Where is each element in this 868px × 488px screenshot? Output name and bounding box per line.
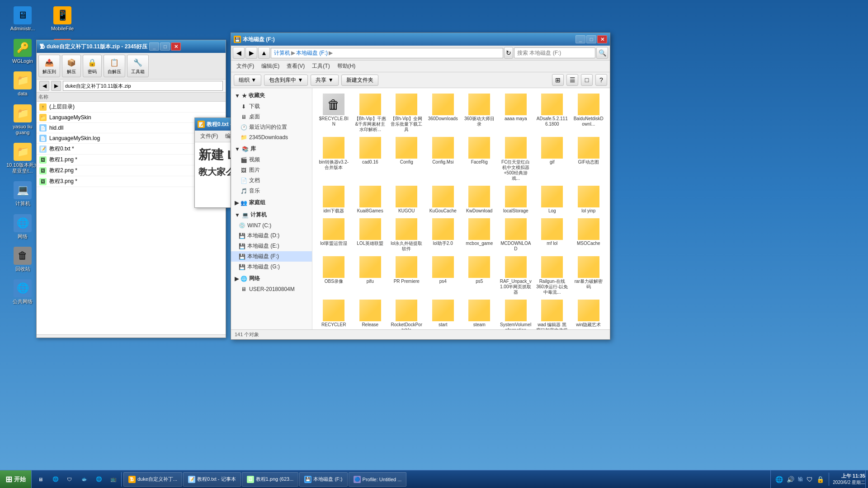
cmd-include-library-button[interactable]: 包含到库中 ▼ — [264, 75, 308, 86]
file-item-bhvip1[interactable]: 【Bh-Vip】千惠&千库网素材主水印解析... — [353, 92, 388, 134]
file-item-recycler[interactable]: RECYCLER — [316, 298, 352, 329]
taskbar-app1-button[interactable]: 🐟 — [77, 472, 90, 487]
zip-maximize-button[interactable]: □ — [160, 42, 170, 51]
desktop-icon-yasuo[interactable]: 📁 yasuo liu guang — [5, 103, 41, 137]
file-item-winhide[interactable]: win隐藏艺术 — [571, 298, 607, 329]
exp-menu-edit[interactable]: 编辑(E) — [258, 61, 283, 71]
explorer-up-button[interactable]: ▲ — [258, 47, 270, 59]
system-clock[interactable]: 上午 11:35 2020/6/2 星期二 — [829, 473, 865, 486]
sidebar-drive-e[interactable]: 💾 本地磁盘 (E:) — [231, 241, 312, 251]
sidebar-item-recent[interactable]: 🕐 最近访问的位置 — [231, 122, 312, 132]
tray-icon-sound[interactable]: 🔊 — [786, 475, 795, 484]
sidebar-computer-header[interactable]: ▼ 💻 计算机 — [231, 209, 312, 221]
sidebar-item-videos[interactable]: 🎬 视频 — [231, 155, 312, 165]
explorer-close-button[interactable]: ✕ — [597, 35, 607, 43]
taskbar-item-3[interactable]: 🔵 Profile: Untitled ... — [349, 472, 407, 487]
exp-menu-view[interactable]: 查看(V) — [283, 61, 308, 71]
zip-close-button[interactable]: ✕ — [171, 42, 181, 51]
file-item-360downloads[interactable]: 360Downloads — [425, 92, 461, 134]
sidebar-item-music[interactable]: 🎵 音乐 — [231, 186, 312, 196]
tray-icon-input[interactable]: 输 — [797, 475, 804, 483]
desktop-icon-1010[interactable]: 📁 10.10版本死光星亚坚t... — [5, 141, 41, 176]
zip-path-input[interactable] — [63, 81, 223, 91]
file-item-kwdownload[interactable]: KwDownload — [462, 184, 497, 216]
taskbar-360-button[interactable]: 🛡 — [62, 472, 76, 487]
sidebar-item-2345downloads[interactable]: 📁 2345Downloads — [231, 132, 312, 142]
file-item-recyclebin[interactable]: 🗑 $RECYCLE.BIN — [316, 92, 352, 134]
file-item-gifanim[interactable]: GIF动态图 — [571, 135, 607, 183]
sidebar-drive-c[interactable]: 💿 WIN7 (C:) — [231, 221, 312, 230]
file-item-log[interactable]: Log — [534, 184, 570, 216]
cmd-share-button[interactable]: 共享 ▼ — [311, 75, 338, 86]
file-item-fc[interactable]: FC任天堂红白机中文模拟器+500经典游戏... — [498, 135, 534, 183]
cmd-organize-button[interactable]: 组织 ▼ — [234, 75, 261, 86]
file-item-pifu[interactable]: pifu — [353, 254, 388, 297]
desktop-icon-wglogin[interactable]: 🔑 WGLogin — [5, 37, 41, 66]
file-item-obs[interactable]: OBS录像 — [316, 254, 352, 297]
zip-forward-button[interactable]: ▶ — [51, 81, 61, 91]
file-item-steam[interactable]: steam — [462, 298, 497, 329]
file-item-kugoucache[interactable]: KuGouCache — [425, 184, 461, 216]
sidebar-item-network-computer[interactable]: 🖥 USER-20180804M — [231, 284, 312, 294]
desktop-icon-computer[interactable]: 💻 计算机 — [5, 179, 41, 208]
file-item-lolmeng[interactable]: lol掌盟运营湿 — [316, 216, 352, 253]
file-item-kuai8[interactable]: Kuai8Games — [353, 184, 388, 216]
sidebar-homegroup-header[interactable]: ▶ 👥 家庭组 — [231, 197, 312, 208]
file-item-rocketdock[interactable]: RocketDockPortable — [389, 298, 425, 329]
file-item-mcdownload[interactable]: MCDOWNLOAD — [498, 216, 534, 253]
taskbar-news-button[interactable]: 📺 — [106, 472, 119, 487]
file-item-lolyinp[interactable]: lol yinp — [571, 184, 607, 216]
taskbar-app2-button[interactable]: 🌐 — [91, 472, 105, 487]
sidebar-drive-g[interactable]: 💾 本地磁盘 (G:) — [231, 262, 312, 272]
taskbar-item-1[interactable]: 📝 教程0.txt - 记事本 — [183, 472, 241, 487]
breadcrumb-computer[interactable]: 计算机 — [274, 49, 290, 57]
file-item-mcbox[interactable]: mcbox_game — [462, 216, 497, 253]
sidebar-item-pictures[interactable]: 🖼 图片 — [231, 165, 312, 175]
cmd-new-folder-button[interactable]: 新建文件夹 — [341, 75, 378, 86]
sidebar-library-header[interactable]: ▼ 📚 库 — [231, 143, 312, 155]
file-item-ps5[interactable]: ps5 — [462, 254, 497, 297]
taskbar-item-0[interactable]: 🗜 duke自定义补丁... — [123, 472, 182, 487]
file-item-bhvip2[interactable]: 【Bh-Vip】全网音乐批量下载工具 — [389, 92, 425, 134]
sidebar-item-download[interactable]: ⬇ 下载 — [231, 101, 312, 112]
taskbar-show-desktop[interactable]: 🖥 — [33, 472, 47, 487]
zip-selfextract-button[interactable]: 📋 自解压 — [104, 55, 125, 77]
desktop-icon-mobilefile[interactable]: 📱 MobileFile — [44, 5, 80, 33]
explorer-minimize-button[interactable]: _ — [576, 35, 585, 43]
sidebar-network-header[interactable]: ▶ 🌐 网络 — [231, 273, 312, 284]
exp-menu-tools[interactable]: 工具(T) — [308, 61, 333, 71]
file-item-adsafe[interactable]: ADsafe.5.2.1116.1800 — [534, 92, 570, 134]
file-item-localstorage[interactable]: localStorage — [498, 184, 534, 216]
file-item-raf[interactable]: RAF_Unpack_v1.00半网页抓取器 — [498, 254, 534, 297]
file-item-gif[interactable]: gif — [534, 135, 570, 183]
file-item-lol[interactable]: LOL英雄联盟 — [353, 216, 388, 253]
tray-icon-antivirus[interactable]: 🛡 — [806, 475, 814, 484]
sidebar-drive-f[interactable]: 💾 本地磁盘 (F:) — [231, 251, 312, 262]
explorer-view-button[interactable]: ⊞ — [552, 74, 564, 86]
zip-extract-button[interactable]: 📦 解压 — [62, 55, 81, 77]
sidebar-item-docs[interactable]: 📄 文档 — [231, 175, 312, 186]
taskbar-item-2[interactable]: 🖼 教程1.png (623... — [242, 472, 299, 487]
file-item-bin[interactable]: bin转换器v3.2-合并版本 — [316, 135, 352, 183]
file-item-config[interactable]: Config — [389, 135, 425, 183]
file-item-systemvol[interactable]: SystemVolumeInformation — [498, 298, 534, 329]
sidebar-item-desktop[interactable]: 🖥 桌面 — [231, 112, 312, 122]
start-button[interactable]: ⊞ 开始 — [0, 470, 32, 488]
tray-icon-security[interactable]: 🔒 — [816, 475, 825, 484]
file-item-railgun[interactable]: Railgun-在线360净运行-以免中毒流... — [534, 254, 570, 297]
tray-icon-network[interactable]: 🌐 — [774, 475, 784, 484]
explorer-help-button[interactable]: ? — [595, 74, 607, 86]
notepad-menu-file[interactable]: 文件(F) — [197, 131, 222, 141]
zip-item-parent[interactable]: ↑ (上层目录) — [37, 102, 226, 113]
desktop-icon-recycle[interactable]: 🗑 回收站 — [5, 245, 41, 274]
explorer-maximize-button[interactable]: □ — [586, 35, 596, 43]
file-item-lolextract[interactable]: lol永久外链提取软件 — [389, 216, 425, 253]
file-item-facerig[interactable]: FaceRig — [462, 135, 497, 183]
desktop-icon-network[interactable]: 🌐 网络 — [5, 212, 41, 241]
sidebar-drive-d[interactable]: 💾 本地磁盘 (D:) — [231, 230, 312, 241]
zip-back-button[interactable]: ◀ — [39, 81, 49, 91]
file-item-msocache[interactable]: MSOCache — [571, 216, 607, 253]
zip-password-button[interactable]: 🔒 密码 — [83, 55, 102, 77]
file-item-release[interactable]: Release — [353, 298, 388, 329]
desktop-icon-publicnet[interactable]: 🌐 公共网络 — [5, 277, 41, 306]
